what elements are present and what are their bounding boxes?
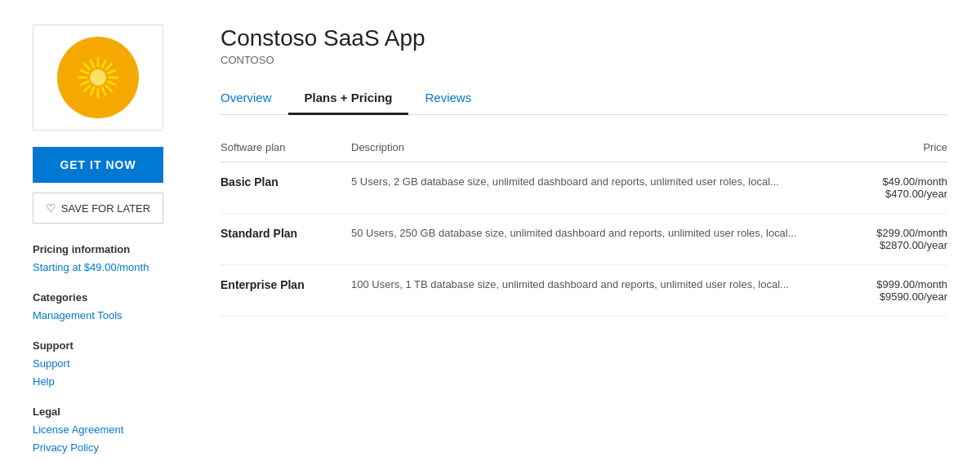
sidebar-pricing-section: Pricing information Starting at $49.00/m…: [33, 243, 196, 277]
legal-title: Legal: [33, 406, 196, 418]
categories-title: Categories: [33, 291, 196, 304]
heart-icon: ♡: [46, 202, 56, 215]
privacy-policy-link[interactable]: Privacy Policy: [33, 439, 196, 457]
categories-link[interactable]: Management Tools: [33, 307, 196, 325]
price-monthly-0: $49.00/month: [817, 175, 947, 188]
price-monthly-2: $999.00/month: [817, 278, 947, 290]
svg-line-8: [84, 86, 90, 91]
table-row: Enterprise Plan 100 Users, 1 TB database…: [220, 264, 947, 316]
plan-price-2: $999.00/month $9590.00/year: [817, 264, 947, 316]
plan-price-0: $49.00/month $470.00/year: [817, 162, 947, 213]
get-it-now-button[interactable]: GET IT NOW: [33, 147, 163, 183]
price-monthly-1: $299.00/month: [817, 227, 947, 239]
svg-line-10: [108, 82, 115, 85]
svg-line-7: [106, 64, 112, 69]
svg-point-17: [91, 70, 105, 85]
plan-name-2: Enterprise Plan: [220, 264, 351, 316]
plan-description-1: 50 Users, 250 GB database size, unlimite…: [351, 213, 817, 264]
tab-overview[interactable]: Overview: [220, 82, 288, 115]
plan-description-2: 100 Users, 1 TB database size, unlimited…: [351, 264, 817, 316]
sidebar-support-section: Support Support Help: [33, 339, 196, 391]
col-header-description: Description: [351, 135, 817, 162]
table-header-row: Software plan Description Price: [220, 135, 947, 162]
app-title: Constoso SaaS App: [220, 24, 425, 52]
app-publisher: CONTOSO: [220, 54, 425, 66]
svg-line-15: [102, 60, 105, 68]
save-for-later-button[interactable]: ♡ SAVE FOR LATER: [33, 193, 163, 224]
svg-line-5: [84, 64, 90, 69]
support-link[interactable]: Support: [33, 355, 196, 373]
pricing-table: Software plan Description Price Basic Pl…: [220, 135, 947, 317]
license-agreement-link[interactable]: License Agreement: [33, 421, 196, 439]
price-yearly-0: $470.00/year: [817, 188, 947, 200]
tab-reviews[interactable]: Reviews: [408, 82, 488, 115]
tab-plans-pricing[interactable]: Plans + Pricing: [288, 82, 409, 115]
plan-price-1: $299.00/month $2870.00/year: [817, 213, 947, 264]
app-title-block: Constoso SaaS App CONTOSO: [220, 24, 425, 66]
sidebar-categories-section: Categories Management Tools: [33, 291, 196, 325]
support-title: Support: [33, 339, 196, 352]
plan-name-1: Standard Plan: [220, 213, 351, 264]
price-yearly-2: $9590.00/year: [817, 290, 947, 303]
tabs-nav: Overview Plans + Pricing Reviews: [220, 82, 947, 115]
svg-line-14: [81, 82, 88, 85]
price-yearly-1: $2870.00/year: [817, 239, 947, 251]
plan-description-0: 5 Users, 2 GB database size, unlimited d…: [351, 162, 817, 213]
svg-line-12: [102, 87, 105, 95]
svg-line-9: [81, 70, 88, 73]
svg-line-6: [106, 86, 112, 91]
save-for-later-label: SAVE FOR LATER: [61, 202, 150, 215]
col-header-plan: Software plan: [220, 135, 351, 162]
main-content: Constoso SaaS App CONTOSO Overview Plans…: [220, 24, 947, 461]
svg-line-16: [91, 87, 94, 95]
table-row: Standard Plan 50 Users, 250 GB database …: [220, 213, 947, 264]
sidebar: GET IT NOW ♡ SAVE FOR LATER Pricing info…: [33, 24, 196, 461]
svg-line-11: [91, 60, 94, 68]
app-header: Constoso SaaS App CONTOSO: [220, 24, 947, 66]
help-link[interactable]: Help: [33, 373, 196, 391]
pricing-info-title: Pricing information: [33, 243, 196, 255]
page-container: GET IT NOW ♡ SAVE FOR LATER Pricing info…: [0, 0, 980, 461]
table-row: Basic Plan 5 Users, 2 GB database size, …: [220, 162, 947, 213]
logo-circle: [57, 37, 139, 118]
sidebar-legal-section: Legal License Agreement Privacy Policy: [33, 406, 196, 457]
app-logo: [33, 24, 163, 131]
pricing-info-link[interactable]: Starting at $49.00/month: [33, 259, 196, 277]
sunburst-icon: [74, 53, 122, 102]
plan-name-0: Basic Plan: [220, 162, 351, 213]
svg-line-13: [108, 70, 115, 73]
col-header-price: Price: [817, 135, 947, 162]
